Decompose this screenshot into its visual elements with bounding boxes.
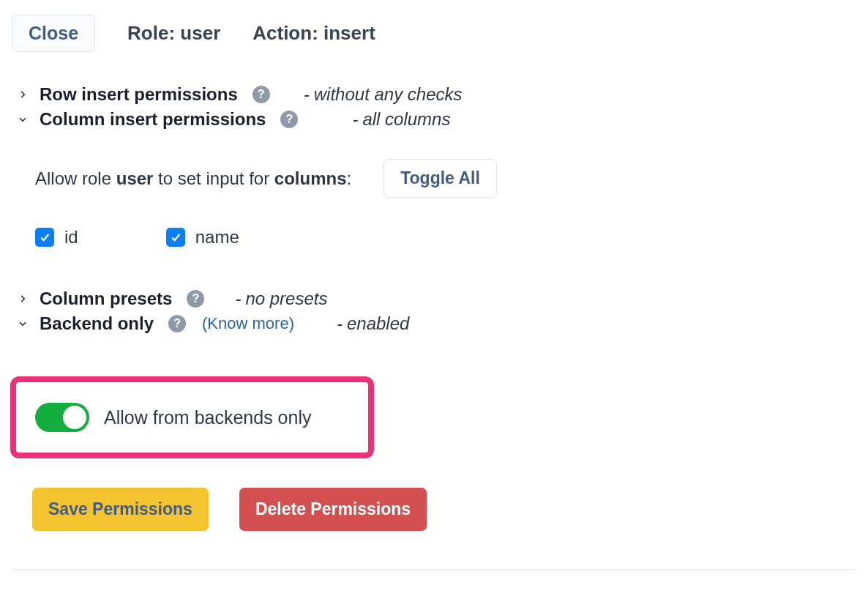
action-prefix: Action:	[252, 22, 323, 44]
allow-mid: to set input for	[153, 168, 274, 188]
close-button[interactable]: Close	[12, 15, 95, 52]
allow-target: columns	[274, 168, 347, 188]
role-prefix: Role:	[127, 22, 180, 44]
chevron-right-icon	[15, 291, 31, 307]
help-icon[interactable]: ?	[187, 290, 204, 308]
checkbox-label-name: name	[195, 227, 239, 248]
chevron-down-icon	[15, 316, 31, 332]
allow-text: Allow role user to set input for columns…	[35, 168, 351, 189]
status-text-value: without any checks	[314, 84, 463, 104]
backend-only-toggle[interactable]	[35, 403, 89, 432]
checkbox-item-id: id	[35, 227, 78, 248]
allow-suffix: :	[347, 168, 352, 188]
section-status-col-presets: -no presets	[235, 289, 327, 309]
section-backend-only[interactable]: Backend only ? (Know more) -enabled	[12, 313, 856, 334]
section-label-row-perm: Row insert permissions	[40, 84, 238, 105]
section-status-row-perm: -without any checks	[304, 84, 463, 105]
section-column-presets[interactable]: Column presets ? -no presets	[12, 289, 856, 309]
toggle-knob	[63, 406, 86, 429]
allow-prefix: Allow role	[35, 168, 116, 188]
status-text-value: all columns	[362, 109, 450, 129]
role-value: user	[180, 22, 220, 44]
allow-role: user	[116, 168, 154, 188]
help-icon[interactable]: ?	[280, 111, 298, 128]
section-label-col-presets: Column presets	[40, 289, 172, 309]
delete-permissions-button[interactable]: Delete Permissions	[239, 488, 427, 531]
action-info: Action: insert	[252, 22, 375, 45]
section-status-backend: -enabled	[337, 313, 409, 334]
backend-only-toggle-label: Allow from backends only	[104, 407, 311, 428]
checkbox-name[interactable]	[166, 228, 185, 247]
column-permissions-content: Allow role user to set input for columns…	[12, 159, 856, 248]
help-icon[interactable]: ?	[252, 86, 270, 103]
status-text-value: no presets	[245, 289, 327, 308]
action-button-row: Save Permissions Delete Permissions	[12, 488, 856, 531]
help-icon[interactable]: ?	[168, 315, 186, 332]
toggle-all-button[interactable]: Toggle All	[384, 159, 497, 198]
action-value: insert	[323, 22, 375, 44]
section-row-permissions[interactable]: Row insert permissions ? -without any ch…	[12, 84, 856, 105]
checkbox-label-id: id	[64, 227, 78, 248]
chevron-right-icon	[15, 86, 31, 103]
role-info: Role: user	[127, 22, 220, 45]
section-status-col-perm: -all columns	[352, 109, 450, 130]
backend-only-highlight: Allow from backends only	[10, 376, 374, 458]
divider	[12, 569, 856, 570]
status-text-value: enabled	[347, 313, 409, 333]
checkbox-item-name: name	[166, 227, 239, 248]
checkbox-id[interactable]	[35, 228, 54, 247]
section-column-permissions[interactable]: Column insert permissions ? -all columns	[12, 109, 856, 130]
chevron-down-icon	[15, 111, 31, 127]
section-label-col-perm: Column insert permissions	[40, 109, 266, 130]
section-label-backend: Backend only	[40, 313, 154, 334]
know-more-link[interactable]: (Know more)	[202, 314, 294, 333]
save-permissions-button[interactable]: Save Permissions	[32, 488, 209, 531]
